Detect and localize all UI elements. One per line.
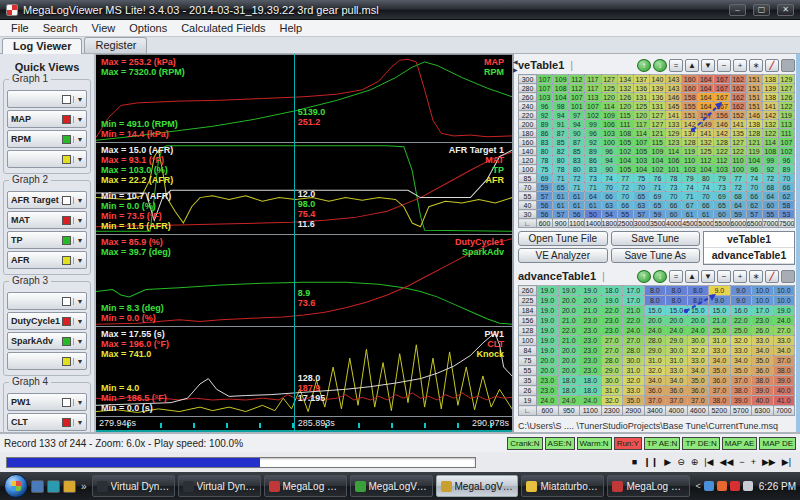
cell[interactable]: 19.0 <box>558 286 580 296</box>
cell[interactable]: 31.0 <box>623 366 645 376</box>
cell[interactable]: 8.0 <box>644 286 666 296</box>
cell[interactable]: 106 <box>666 156 682 165</box>
cell[interactable]: 109 <box>649 147 665 156</box>
cell[interactable]: 8.0 <box>687 286 709 296</box>
col-header[interactable]: 4600 <box>687 406 709 416</box>
cell[interactable]: 29.0 <box>601 366 623 376</box>
cell[interactable]: 33.0 <box>752 336 774 346</box>
cell[interactable]: 35.0 <box>687 376 709 386</box>
cell[interactable]: 160 <box>682 84 698 93</box>
ve-decrement-button[interactable]: ▼ <box>701 59 715 72</box>
cell[interactable]: 24.0 <box>537 396 559 406</box>
cell[interactable]: 85 <box>569 147 585 156</box>
cell[interactable]: 99 <box>585 120 601 129</box>
tray-expand-icon[interactable]: < <box>695 481 700 491</box>
cell[interactable]: 69 <box>714 192 730 201</box>
cell[interactable]: 141 <box>698 129 714 138</box>
cell[interactable]: 20.0 <box>537 356 559 366</box>
cell[interactable]: 35.0 <box>709 366 731 376</box>
cell[interactable]: 28.0 <box>623 346 645 356</box>
row-header[interactable]: 220 <box>519 111 537 120</box>
cell[interactable]: 145 <box>666 102 682 111</box>
cell[interactable]: 131 <box>633 93 649 102</box>
chevron-down-icon[interactable]: ▼ <box>73 298 86 305</box>
cell[interactable]: 21.0 <box>558 316 580 326</box>
cell[interactable]: 61 <box>585 201 601 210</box>
advance-minus-button[interactable]: − <box>717 270 731 283</box>
cell[interactable]: 53 <box>778 210 794 219</box>
cell[interactable]: 19.0 <box>537 316 559 326</box>
cell[interactable]: 19.0 <box>580 286 602 296</box>
cell[interactable]: 109 <box>553 75 569 84</box>
cell[interactable]: 23.0 <box>580 326 602 336</box>
cell[interactable]: 160 <box>682 75 698 84</box>
row-header[interactable]: 100 <box>519 336 537 346</box>
cell[interactable]: 17.0 <box>623 296 645 306</box>
cell[interactable]: 74 <box>746 174 762 183</box>
row-header[interactable]: 70 <box>519 183 537 192</box>
cell[interactable]: 73 <box>666 183 682 192</box>
cell[interactable]: 8.0 <box>644 296 666 306</box>
cell[interactable]: 167 <box>714 75 730 84</box>
cell[interactable]: 32.0 <box>644 366 666 376</box>
cell[interactable]: 34.0 <box>644 376 666 386</box>
cell[interactable]: 65 <box>553 183 569 192</box>
row-header[interactable]: 240 <box>519 102 537 111</box>
tray-icon-4[interactable] <box>743 481 753 491</box>
row-header[interactable]: 120 <box>519 156 537 165</box>
col-header[interactable]: 4000 <box>666 406 688 416</box>
taskbar-window-1[interactable]: Virtual Dyno - ... <box>92 475 175 497</box>
row-header[interactable]: 180 <box>519 129 537 138</box>
cell[interactable]: 156 <box>714 111 730 120</box>
cell[interactable]: 136 <box>633 84 649 93</box>
step-back-button[interactable]: − <box>736 454 747 470</box>
cell[interactable]: 146 <box>746 111 762 120</box>
cell[interactable]: 164 <box>698 75 714 84</box>
cell[interactable]: 142 <box>714 129 730 138</box>
tray-icon-3[interactable] <box>730 481 740 491</box>
cell[interactable]: 107 <box>569 93 585 102</box>
ve-send-up-button[interactable]: ↑ <box>637 59 651 72</box>
cell[interactable]: 97 <box>569 111 585 120</box>
cell[interactable]: 126 <box>617 93 633 102</box>
cell[interactable]: 83 <box>585 165 601 174</box>
cell[interactable]: 38.0 <box>730 386 752 396</box>
cell[interactable]: 25.0 <box>709 326 731 336</box>
cell[interactable]: 54 <box>601 210 617 219</box>
cell[interactable]: 23.0 <box>580 366 602 376</box>
cell[interactable]: 17.0 <box>623 286 645 296</box>
cell[interactable]: 16.0 <box>730 306 752 316</box>
ve-multiply-button[interactable]: ∗ <box>749 59 763 72</box>
cell[interactable]: 162 <box>730 102 746 111</box>
cell[interactable]: 24.0 <box>580 396 602 406</box>
row-header[interactable]: 156 <box>519 316 537 326</box>
cell[interactable]: 96 <box>778 156 794 165</box>
graph-panel-1[interactable]: Max = 253.2 (kPa)Max = 7320.0 (RPM)Min =… <box>96 54 512 142</box>
cell[interactable]: 56 <box>569 210 585 219</box>
cell[interactable]: 117 <box>585 84 601 93</box>
row-header[interactable]: 26 <box>519 386 537 396</box>
cell[interactable]: 72 <box>730 183 746 192</box>
cell[interactable]: 22.0 <box>601 306 623 316</box>
cell[interactable]: 60 <box>762 201 778 210</box>
cell[interactable]: 32.0 <box>601 396 623 406</box>
cell[interactable]: 31.0 <box>601 386 623 396</box>
cell[interactable]: 30.0 <box>666 346 688 356</box>
cell[interactable]: 117 <box>633 120 649 129</box>
cell[interactable]: 123 <box>666 138 682 147</box>
cell[interactable]: 96 <box>537 102 553 111</box>
cell[interactable]: 110 <box>730 156 746 165</box>
cell[interactable]: 33.0 <box>773 336 795 346</box>
advance-increment-button[interactable]: ▲ <box>685 270 699 283</box>
cell[interactable]: 74 <box>698 183 714 192</box>
row-header[interactable]: 19 <box>519 396 537 406</box>
cell[interactable]: 140 <box>649 75 665 84</box>
zoom-out-button[interactable]: ⊖ <box>674 454 688 470</box>
cell[interactable]: 80 <box>569 165 585 174</box>
cell[interactable]: 33.0 <box>666 366 688 376</box>
col-header[interactable]: 7500 <box>778 219 794 228</box>
cell[interactable]: 41.0 <box>773 396 795 406</box>
col-header[interactable]: 2500 <box>617 219 633 228</box>
cell[interactable]: 103 <box>633 156 649 165</box>
cell[interactable]: 65 <box>633 192 649 201</box>
